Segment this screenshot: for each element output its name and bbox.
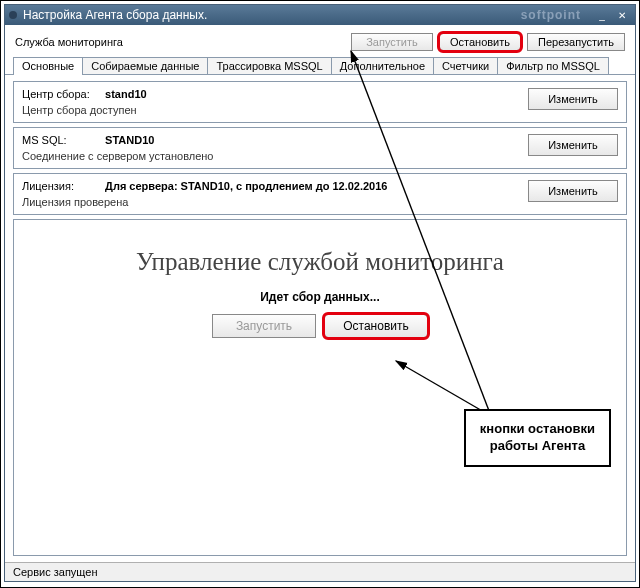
service-start-button[interactable]: Запустить (351, 33, 433, 51)
mssql-status: Соединение с сервером установлено (22, 150, 528, 162)
titlebar: Настройка Агента сбора данных. softpoint… (5, 5, 635, 25)
center-status: Центр сбора доступен (22, 104, 528, 116)
center-label: Центр сбора: (22, 88, 102, 100)
minimize-button[interactable]: _ (593, 8, 611, 22)
panel-management: Управление службой мониторинга Идет сбор… (13, 219, 627, 556)
annotation-line1: кнопки остановки (480, 421, 595, 438)
license-status: Лицензия проверена (22, 196, 528, 208)
mssql-value: STAND10 (105, 134, 154, 146)
management-buttons: Запустить Остановить (212, 314, 428, 338)
license-label: Лицензия: (22, 180, 102, 192)
service-controls: Служба мониторинга Запустить Остановить … (5, 25, 635, 57)
statusbar: Сервис запущен (5, 562, 635, 581)
management-status: Идет сбор данных... (260, 290, 380, 304)
management-start-button[interactable]: Запустить (212, 314, 316, 338)
watermark: softpoint (521, 8, 581, 22)
management-stop-button[interactable]: Остановить (324, 314, 428, 338)
tab-additional[interactable]: Дополнительное (331, 57, 434, 74)
service-stop-button[interactable]: Остановить (439, 33, 521, 51)
close-button[interactable]: ✕ (613, 8, 631, 22)
statusbar-text: Сервис запущен (13, 566, 97, 578)
window-title: Настройка Агента сбора данных. (23, 8, 207, 22)
panel-center: Центр сбора: stand10 Центр сбора доступе… (13, 81, 627, 123)
tab-strip: Основные Собираемые данные Трассировка M… (5, 57, 635, 75)
tab-content: Центр сбора: stand10 Центр сбора доступе… (5, 75, 635, 562)
annotation-line2: работы Агента (480, 438, 595, 455)
app-icon (9, 11, 17, 19)
tab-collected[interactable]: Собираемые данные (82, 57, 208, 74)
panel-mssql: MS SQL: STAND10 Соединение с сервером ус… (13, 127, 627, 169)
license-value: Для сервера: STAND10, с продлением до 12… (105, 180, 387, 192)
center-value: stand10 (105, 88, 147, 100)
license-change-button[interactable]: Изменить (528, 180, 618, 202)
annotation-callout: кнопки остановки работы Агента (464, 409, 611, 467)
tab-trace-mssql[interactable]: Трассировка MSSQL (207, 57, 331, 74)
service-restart-button[interactable]: Перезапустить (527, 33, 625, 51)
tab-main[interactable]: Основные (13, 57, 83, 75)
management-title: Управление службой мониторинга (136, 248, 504, 276)
center-change-button[interactable]: Изменить (528, 88, 618, 110)
service-label: Служба мониторинга (15, 36, 123, 48)
mssql-label: MS SQL: (22, 134, 102, 146)
mssql-change-button[interactable]: Изменить (528, 134, 618, 156)
app-window: Настройка Агента сбора данных. softpoint… (4, 4, 636, 582)
panel-license: Лицензия: Для сервера: STAND10, с продле… (13, 173, 627, 215)
tab-counters[interactable]: Счетчики (433, 57, 498, 74)
tab-filter-mssql[interactable]: Фильтр по MSSQL (497, 57, 609, 74)
